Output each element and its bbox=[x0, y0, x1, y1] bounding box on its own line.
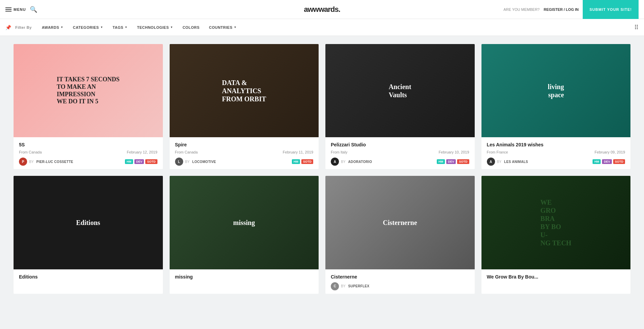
countries-filter-button[interactable]: COUNTRIES ▼ bbox=[204, 19, 241, 36]
card-info: Spire From Canada February 11, 2019 L BY… bbox=[170, 137, 319, 169]
badge-hm: HM bbox=[437, 159, 445, 164]
card-author: A BY LES ANIMALS HMDEVSOTD bbox=[487, 158, 625, 166]
author-avatar: L bbox=[175, 158, 183, 166]
card-meta: From Italy February 10, 2019 bbox=[331, 150, 469, 154]
card-title: Pelizzari Studio bbox=[331, 142, 469, 147]
card-author: L BY LOCOMOTIVE HMSOTD bbox=[175, 158, 314, 166]
card-title: Cisternerne bbox=[331, 274, 469, 280]
card-info: 5S From Canada February 12, 2019 P BY PI… bbox=[14, 137, 163, 169]
badge-dev: DEV bbox=[602, 159, 612, 164]
tags-filter-button[interactable]: TAGS ▼ bbox=[108, 19, 132, 36]
badge-hm: HM bbox=[125, 159, 133, 164]
card-date: February 09, 2019 bbox=[595, 150, 625, 154]
by-label: BY bbox=[341, 284, 345, 288]
filter-by-label: Filter By bbox=[15, 25, 32, 29]
badges-container: HMDEVSOTD bbox=[593, 159, 625, 164]
card-title: 5S bbox=[19, 142, 157, 147]
filter-pin-icon[interactable]: 📌 bbox=[5, 25, 11, 30]
card-info: Pelizzari Studio From Italy February 10,… bbox=[325, 137, 475, 169]
card-author: C BY SUPERFLEX bbox=[331, 282, 469, 290]
card-thumbnail: IT TAKES 7 SECONDSTO MAKE ANIMPRESSIONWE… bbox=[14, 44, 163, 137]
card-item[interactable]: DATA &ANALYTICSFROM ORBIT Spire From Can… bbox=[170, 44, 319, 169]
badge-sotd: SOTD bbox=[613, 159, 625, 164]
author-name: ADORATORIO bbox=[348, 160, 372, 164]
card-thumbnail: Cisternerne bbox=[325, 176, 475, 269]
badges-container: HMDEVSOTD bbox=[125, 159, 157, 164]
badge-sotd: SOTD bbox=[457, 159, 469, 164]
card-meta: From Canada February 11, 2019 bbox=[175, 150, 314, 154]
card-date: February 10, 2019 bbox=[439, 150, 469, 154]
menu-button[interactable]: MENU bbox=[5, 7, 26, 12]
card-thumbnail: Editions bbox=[14, 176, 163, 269]
header: MENU 🔍 awwwards. ARE YOU MEMBER? REGISTE… bbox=[0, 0, 644, 19]
author-name: SUPERFLEX bbox=[348, 284, 369, 288]
main-content: IT TAKES 7 SECONDSTO MAKE ANIMPRESSIONWE… bbox=[0, 36, 644, 302]
card-title: missing bbox=[175, 274, 314, 280]
grid-view-button[interactable]: ⠿ bbox=[634, 24, 639, 31]
author-name: PIER-LUC COSSETTE bbox=[36, 160, 73, 164]
badge-dev: DEV bbox=[134, 159, 144, 164]
by-label: BY bbox=[185, 160, 190, 164]
card-item[interactable]: WEGROBRABY BOU-NG TECH We Grow Bra By Bo… bbox=[481, 176, 631, 293]
hamburger-icon bbox=[5, 7, 12, 12]
author-avatar: A bbox=[487, 158, 495, 166]
card-author: A BY ADORATORIO HMDEVSOTD bbox=[331, 158, 469, 166]
badge-dev: DEV bbox=[446, 159, 456, 164]
badge-sotd: SOTD bbox=[145, 159, 157, 164]
card-from: From Canada bbox=[175, 150, 198, 154]
categories-caret-icon: ▼ bbox=[100, 26, 103, 29]
technologies-filter-button[interactable]: TECHNOLOGIES ▼ bbox=[132, 19, 178, 36]
card-item[interactable]: IT TAKES 7 SECONDSTO MAKE ANIMPRESSIONWE… bbox=[14, 44, 163, 169]
card-title: Les Animals 2019 wishes bbox=[487, 142, 625, 147]
badge-hm: HM bbox=[292, 159, 300, 164]
card-thumbnail: missing bbox=[170, 176, 319, 269]
card-item[interactable]: Cisternerne Cisternerne C BY SUPERFLEX bbox=[325, 176, 475, 293]
author-avatar: P bbox=[19, 158, 27, 166]
author-name: LES ANIMALS bbox=[504, 160, 528, 164]
card-info: Cisternerne C BY SUPERFLEX bbox=[325, 269, 475, 294]
card-title: We Grow Bra By Bou... bbox=[487, 274, 625, 280]
by-label: BY bbox=[29, 160, 34, 164]
card-author: P BY PIER-LUC COSSETTE HMDEVSOTD bbox=[19, 158, 157, 166]
card-meta: From Canada February 12, 2019 bbox=[19, 150, 157, 154]
card-from: From Italy bbox=[331, 150, 347, 154]
header-right: ARE YOU MEMBER? REGISTER / LOG IN SUBMIT… bbox=[503, 0, 639, 19]
awards-filter-button[interactable]: AWARDS ▼ bbox=[37, 19, 68, 36]
badges-container: HMDEVSOTD bbox=[437, 159, 469, 164]
card-thumbnail: AncientVaults bbox=[325, 44, 475, 137]
register-login-link[interactable]: REGISTER / LOG IN bbox=[544, 7, 579, 12]
card-info: missing bbox=[170, 269, 319, 286]
tags-caret-icon: ▼ bbox=[125, 26, 127, 29]
awards-caret-icon: ▼ bbox=[61, 26, 63, 29]
card-item[interactable]: Editions Editions bbox=[14, 176, 163, 293]
author-info: A BY LES ANIMALS bbox=[487, 158, 528, 166]
submit-site-button[interactable]: SUBMIT YOUR SITE! bbox=[583, 0, 639, 19]
badges-container: HMSOTD bbox=[292, 159, 313, 164]
card-from: From Canada bbox=[19, 150, 42, 154]
author-info: A BY ADORATORIO bbox=[331, 158, 372, 166]
card-title: Editions bbox=[19, 274, 157, 280]
card-meta: From France February 09, 2019 bbox=[487, 150, 625, 154]
author-info: P BY PIER-LUC COSSETTE bbox=[19, 158, 73, 166]
site-logo[interactable]: awwwards. bbox=[304, 5, 340, 14]
search-icon: 🔍 bbox=[30, 6, 37, 13]
author-avatar: C bbox=[331, 282, 339, 290]
colors-filter-button[interactable]: COLORS bbox=[178, 19, 204, 36]
technologies-caret-icon: ▼ bbox=[170, 26, 173, 29]
card-date: February 12, 2019 bbox=[127, 150, 157, 154]
author-name: LOCOMOTIVE bbox=[192, 160, 216, 164]
by-label: BY bbox=[497, 160, 501, 164]
card-info: Les Animals 2019 wishes From France Febr… bbox=[481, 137, 631, 169]
filter-bar: 📌 Filter By AWARDS ▼ CATEGORIES ▼ TAGS ▼… bbox=[0, 19, 644, 36]
card-info: We Grow Bra By Bou... bbox=[481, 269, 631, 286]
author-avatar: A bbox=[331, 158, 339, 166]
by-label: BY bbox=[341, 160, 345, 164]
categories-filter-button[interactable]: CATEGORIES ▼ bbox=[68, 19, 108, 36]
card-item[interactable]: livingspace Les Animals 2019 wishes From… bbox=[481, 44, 631, 169]
card-item[interactable]: missing missing bbox=[170, 176, 319, 293]
countries-caret-icon: ▼ bbox=[234, 26, 237, 29]
card-item[interactable]: AncientVaults Pelizzari Studio From Ital… bbox=[325, 44, 475, 169]
search-button[interactable]: 🔍 bbox=[30, 6, 37, 13]
filter-bar-right: ⠿ bbox=[634, 24, 639, 31]
card-info: Editions bbox=[14, 269, 163, 286]
